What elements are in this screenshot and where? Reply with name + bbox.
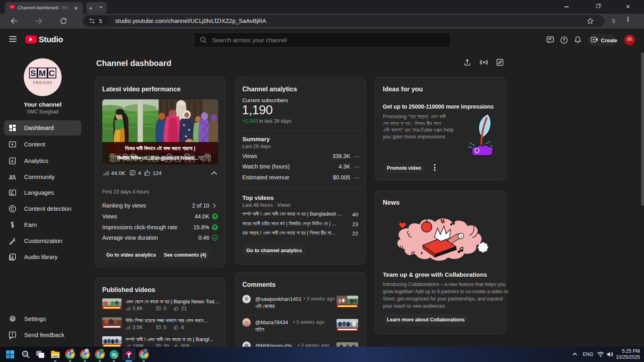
svg-text:5: 5: [128, 355, 130, 359]
svg-text:IX: IX: [112, 352, 116, 357]
svg-text:?: ?: [563, 37, 565, 42]
svg-text:বিস্তারিত ভিডিও তে...Banglades: বিস্তারিত ভিডিও তে...Bangladesh News...: [117, 155, 198, 161]
svg-text:নিজের স্বামী কিভাবে এই কাজ করত: নিজের স্বামী কিভাবে এই কাজ করতে পারলো |: [125, 146, 195, 151]
